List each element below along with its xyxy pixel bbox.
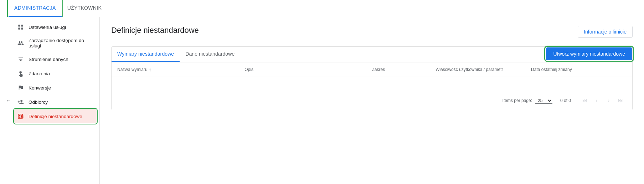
col-header-zakres: Zakres: [372, 67, 436, 72]
sidebar-item-label: Zarządzanie dostępem do usługi: [29, 38, 91, 48]
tab-dane-niestandardowe[interactable]: Dane niestandardowe: [180, 47, 240, 62]
table-body: [112, 77, 632, 91]
sidebar-item-odbiorcy[interactable]: Odbiorcy: [14, 95, 97, 109]
sidebar-item-label: Odbiorcy: [29, 99, 48, 105]
col-header-data: Data ostatniej zmiany: [531, 67, 627, 72]
items-per-page: Items per page: 25 50 100: [503, 98, 552, 104]
back-arrow-icon: ←: [6, 98, 11, 103]
items-per-page-label: Items per page:: [503, 98, 532, 103]
col-header-nazwa-wymiaru: Nazwa wymiaru ↑: [117, 67, 244, 72]
sidebar-item-zdarzenia[interactable]: Zdarzenia: [14, 66, 97, 81]
custom-icon: [17, 113, 24, 120]
people-icon: [17, 40, 24, 47]
main-layout: ← Ustawienia usługi Zarządzanie dostępem…: [0, 17, 644, 184]
tab-administracja[interactable]: ADMINISTRACJA: [9, 0, 62, 17]
sidebar-item-label: Definicje niestandardowe: [29, 114, 82, 119]
svg-rect-0: [18, 25, 20, 26]
next-page-button[interactable]: ›: [603, 95, 614, 106]
sidebar-item-zarzadzanie[interactable]: Zarządzanie dostępem do usługi: [14, 34, 97, 52]
sidebar-item-label: Konwersje: [29, 85, 51, 91]
first-page-button[interactable]: ⏮: [579, 95, 590, 106]
pagination-nav-buttons: ⏮ ‹ › ⏭: [579, 95, 627, 106]
sidebar-item-konwersje[interactable]: Konwersje: [14, 81, 97, 95]
svg-rect-2: [18, 28, 20, 30]
sidebar-item-label: Zdarzenia: [29, 71, 50, 76]
last-page-button[interactable]: ⏭: [615, 95, 627, 106]
tabs-left: Wymiary niestandardowe Dane niestandardo…: [112, 47, 240, 62]
page-title: Definicje niestandardowe: [111, 26, 199, 35]
create-custom-dimensions-button[interactable]: Utwórz wymiary niestandardowe: [546, 47, 632, 60]
page-count: 0 of 0: [557, 98, 575, 103]
pagination-bar: Items per page: 25 50 100 0 of 0 ⏮ ‹ › ⏭: [112, 91, 632, 110]
info-limit-button[interactable]: Informacje o limicie: [578, 26, 633, 38]
svg-rect-1: [21, 25, 23, 26]
sidebar-back-button[interactable]: ←: [3, 95, 14, 106]
grid-icon: [17, 24, 24, 31]
touch-icon: [17, 70, 24, 77]
sidebar-item-label: Strumienie danych: [29, 57, 68, 62]
sidebar: ← Ustawienia usługi Zarządzanie dostępem…: [0, 17, 100, 184]
table-header: Nazwa wymiaru ↑ Opis Zakres Właściwość u…: [112, 62, 632, 77]
main-content: Definicje niestandardowe Informacje o li…: [100, 17, 644, 184]
sidebar-item-definicje-niestandardowe[interactable]: Definicje niestandardowe: [14, 109, 97, 123]
sidebar-item-strumienie[interactable]: Strumienie danych: [14, 52, 97, 66]
tab-wymiary-niestandardowe[interactable]: Wymiary niestandardowe: [112, 47, 180, 62]
page-header: Definicje niestandardowe Informacje o li…: [111, 26, 633, 38]
top-navigation: ADMINISTRACJA UŻYTKOWNIK: [0, 0, 644, 17]
sidebar-items: Ustawienia usługi Zarządzanie dostępem d…: [14, 20, 99, 123]
person-add-icon: [17, 98, 24, 106]
col-header-opis: Opis: [244, 67, 372, 72]
items-per-page-select[interactable]: 25 50 100: [535, 98, 552, 104]
table-container: Wymiary niestandardowe Dane niestandardo…: [111, 46, 633, 110]
tab-uzytkownik[interactable]: UŻYTKOWNIK: [62, 0, 107, 17]
col-header-wlasciwosc: Właściwość użytkownika / parametr: [436, 67, 531, 72]
svg-rect-3: [21, 28, 23, 30]
sort-icon: ↑: [149, 67, 151, 72]
tabs-bar: Wymiary niestandardowe Dane niestandardo…: [112, 47, 632, 62]
stream-icon: [17, 56, 24, 63]
prev-page-button[interactable]: ‹: [591, 95, 602, 106]
sidebar-item-ustawienia-uslugi[interactable]: Ustawienia usługi: [14, 20, 97, 34]
sidebar-item-label: Ustawienia usługi: [29, 25, 66, 30]
flag-icon: [17, 84, 24, 91]
